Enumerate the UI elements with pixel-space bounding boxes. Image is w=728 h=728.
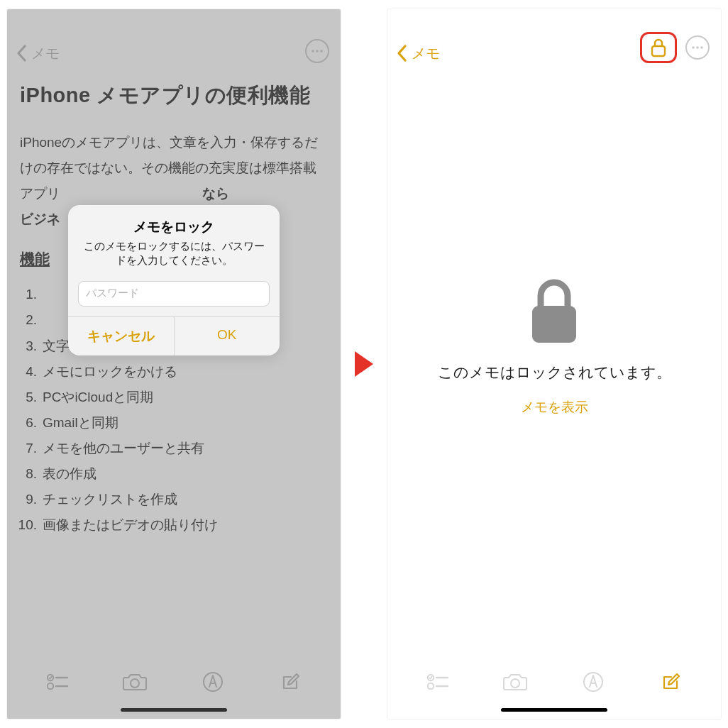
chevron-left-icon <box>14 43 30 63</box>
password-placeholder: パスワード <box>86 287 139 300</box>
phone-right: メモ <box>387 9 721 719</box>
svg-point-1 <box>316 50 319 53</box>
lock-button-highlight <box>640 32 677 63</box>
camera-button[interactable] <box>502 669 528 695</box>
more-button[interactable] <box>305 39 329 63</box>
markup-icon <box>202 671 224 693</box>
svg-point-18 <box>511 679 519 688</box>
checklist-icon <box>426 672 449 692</box>
chevron-left-icon <box>395 43 410 63</box>
cancel-button[interactable]: キャンセル <box>68 317 175 355</box>
compose-button[interactable] <box>658 669 683 695</box>
camera-icon <box>122 671 148 693</box>
svg-point-4 <box>48 683 53 689</box>
markup-button[interactable] <box>200 669 226 695</box>
lock-dialog: メモをロック このメモをロックするには、パスワードを入力してください。 パスワー… <box>68 205 280 355</box>
feature-list-item: チェックリストを作成 <box>37 487 328 512</box>
back-label: メモ <box>412 44 440 63</box>
svg-rect-9 <box>652 46 665 56</box>
compose-icon <box>660 671 681 693</box>
camera-button[interactable] <box>122 669 148 695</box>
camera-icon <box>502 671 528 693</box>
markup-button[interactable] <box>580 669 606 695</box>
feature-list-item: 画像またはビデオの貼り付け <box>37 512 328 538</box>
back-button[interactable]: メモ <box>395 43 440 63</box>
lock-icon[interactable] <box>650 38 667 57</box>
svg-point-7 <box>131 679 139 688</box>
home-indicator[interactable] <box>501 708 607 712</box>
more-button[interactable] <box>685 35 710 60</box>
svg-point-11 <box>696 46 699 49</box>
svg-point-15 <box>428 683 434 689</box>
ellipsis-icon <box>691 45 704 50</box>
back-button[interactable]: メモ <box>14 43 60 63</box>
show-note-button[interactable]: メモを表示 <box>521 398 588 417</box>
compose-button[interactable] <box>277 669 303 695</box>
navbar: メモ <box>7 9 341 73</box>
transition-arrow-icon <box>355 351 373 377</box>
feature-list-item: 表の作成 <box>37 461 328 487</box>
feature-list-item: メモにロックをかける <box>37 359 328 385</box>
dialog-message: このメモをロックするには、パスワードを入力してください。 <box>81 239 267 268</box>
compose-icon <box>280 671 301 693</box>
svg-point-12 <box>700 46 703 49</box>
locked-state: このメモはロックされています。 メモを表示 <box>387 73 721 662</box>
checklist-button[interactable] <box>425 669 451 695</box>
svg-point-0 <box>311 50 314 53</box>
svg-rect-13 <box>532 306 576 343</box>
locked-message: このメモはロックされています。 <box>438 363 671 382</box>
dialog-title: メモをロック <box>81 218 267 236</box>
phone-left: メモ iPhone メモアプリの便利機能 iPhoneのメモアプリは、文章を入力… <box>7 9 341 719</box>
back-label: メモ <box>31 44 60 63</box>
password-input[interactable]: パスワード <box>78 281 270 307</box>
feature-list-item: Gmailと同期 <box>37 410 328 436</box>
markup-icon <box>582 671 605 693</box>
checklist-icon <box>46 672 69 692</box>
ellipsis-icon <box>311 49 324 53</box>
checklist-button[interactable] <box>45 669 70 695</box>
navbar: メモ <box>387 9 721 73</box>
home-indicator[interactable] <box>121 708 227 712</box>
svg-point-10 <box>692 46 695 49</box>
svg-point-2 <box>320 50 323 53</box>
lock-large-icon <box>526 276 582 347</box>
ok-button[interactable]: OK <box>175 317 280 355</box>
feature-list-item: PCやiCloudと同期 <box>37 385 328 410</box>
feature-list-item: メモを他のユーザーと共有 <box>37 436 328 461</box>
note-title: iPhone メモアプリの便利機能 <box>20 82 328 110</box>
